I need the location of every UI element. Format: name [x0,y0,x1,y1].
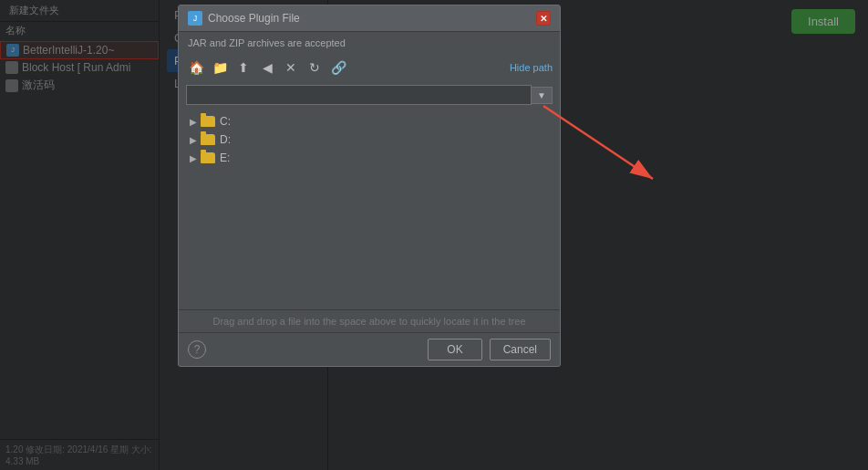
hide-path-button[interactable]: Hide path [510,62,553,73]
drive-label-c: C: [220,115,231,128]
drive-label-d: D: [220,133,231,146]
folder-icon-e [201,152,215,163]
modal-drag-hint: Drag and drop a file into the space abov… [179,309,560,332]
toolbar-link-button[interactable]: 🔗 [328,57,348,78]
expand-arrow-d: ▶ [190,135,197,145]
folder-icon-d [201,134,215,145]
modal-ok-button[interactable]: OK [428,339,481,360]
folder-icon-c [201,116,215,127]
ide-container: 新建文件夹 名称 J BetterIntelliJ-1.20~ Block Ho… [0,0,868,470]
toolbar-up-button[interactable]: ⬆ [233,57,253,78]
modal-cancel-button[interactable]: Cancel [490,339,551,360]
expand-arrow-e: ▶ [190,153,197,163]
modal-titlebar: J Choose Plugin File ✕ [179,5,560,32]
modal-tree: ▶ C: ▶ D: ▶ E: [179,109,560,309]
modal-subtitle: JAR and ZIP archives are accepted [179,32,560,54]
modal-close-button[interactable]: ✕ [536,11,551,26]
modal-tree-item-c[interactable]: ▶ C: [186,112,553,131]
modal-tree-item-d[interactable]: ▶ D: [186,131,553,149]
modal-footer-buttons: OK Cancel [428,339,551,360]
modal-title-text: Choose Plugin File [208,12,300,25]
modal-title-icon: J [188,11,202,26]
path-input[interactable] [186,85,532,105]
drive-label-e: E: [220,151,230,164]
modal-tree-item-e[interactable]: ▶ E: [186,149,553,167]
toolbar-folder-button[interactable]: 📁 [210,57,230,78]
toolbar-back-button[interactable]: ◀ [257,57,277,78]
path-dropdown-button[interactable]: ▼ [532,87,553,104]
path-input-row: ▼ [179,81,560,109]
toolbar-delete-button[interactable]: ✕ [281,57,301,78]
modal-footer: ? OK Cancel [179,332,560,366]
choose-plugin-dialog: J Choose Plugin File ✕ JAR and ZIP archi… [178,5,561,367]
modal-overlay: J Choose Plugin File ✕ JAR and ZIP archi… [0,0,868,470]
modal-title-left: J Choose Plugin File [188,11,300,26]
toolbar-refresh-button[interactable]: ↻ [305,57,325,78]
expand-arrow-c: ▶ [190,117,197,127]
modal-toolbar: 🏠 📁 ⬆ ◀ ✕ ↻ 🔗 Hide path [179,54,560,81]
toolbar-home-button[interactable]: 🏠 [186,57,206,78]
modal-help-button[interactable]: ? [188,340,206,359]
